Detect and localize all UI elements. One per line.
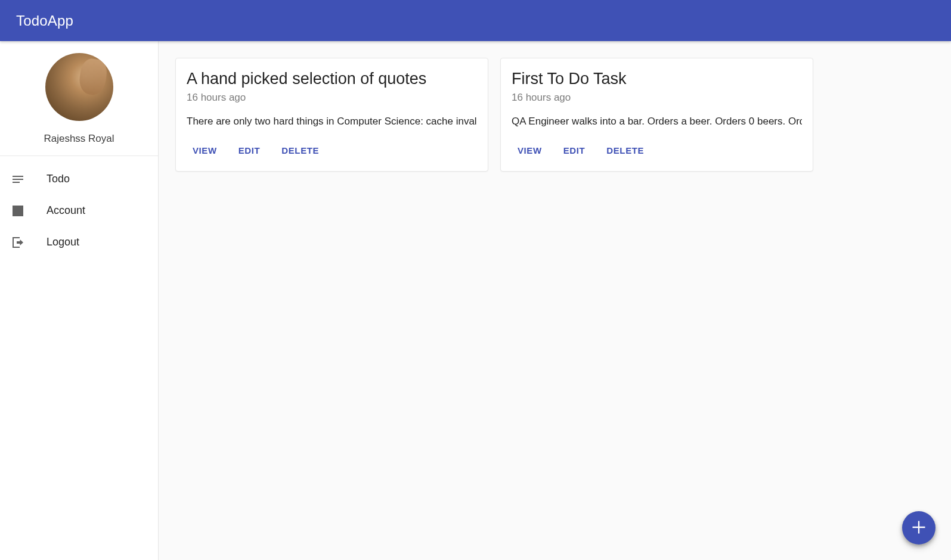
- edit-button[interactable]: EDIT: [557, 141, 591, 160]
- profile-section: Rajeshss Royal: [0, 41, 158, 156]
- card-grid: A hand picked selection of quotes 16 hou…: [175, 58, 934, 172]
- sidebar-item-account[interactable]: Account: [0, 195, 158, 226]
- app-title: TodoApp: [16, 13, 73, 29]
- card-body: QA Engineer walks into a bar. Orders a b…: [512, 116, 802, 127]
- add-todo-button[interactable]: [902, 511, 935, 545]
- card-actions: VIEW EDIT DELETE: [512, 141, 802, 166]
- sidebar-item-label: Todo: [47, 173, 70, 185]
- logout-icon: [11, 235, 25, 250]
- account-icon: [11, 204, 25, 218]
- nav-list: Todo Account Logout: [0, 156, 158, 258]
- view-button[interactable]: VIEW: [512, 141, 548, 160]
- delete-button[interactable]: DELETE: [275, 141, 325, 160]
- view-button[interactable]: VIEW: [187, 141, 223, 160]
- card-timestamp: 16 hours ago: [512, 92, 802, 104]
- avatar[interactable]: [45, 53, 113, 121]
- main-content: A hand picked selection of quotes 16 hou…: [159, 41, 951, 560]
- card-title: First To Do Task: [512, 69, 802, 88]
- notes-icon: [11, 172, 25, 186]
- delete-button[interactable]: DELETE: [600, 141, 650, 160]
- card-title: A hand picked selection of quotes: [187, 69, 477, 88]
- layout: Rajeshss Royal Todo Account Logout: [0, 41, 951, 560]
- edit-button[interactable]: EDIT: [233, 141, 267, 160]
- sidebar-item-label: Account: [47, 204, 85, 217]
- todo-card: First To Do Task 16 hours ago QA Enginee…: [500, 58, 813, 172]
- todo-card: A hand picked selection of quotes 16 hou…: [175, 58, 488, 172]
- sidebar: Rajeshss Royal Todo Account Logout: [0, 41, 159, 560]
- sidebar-item-label: Logout: [47, 236, 79, 248]
- user-name: Rajeshss Royal: [44, 133, 114, 145]
- sidebar-item-logout[interactable]: Logout: [0, 226, 158, 258]
- plus-icon: [910, 519, 927, 537]
- card-timestamp: 16 hours ago: [187, 92, 477, 104]
- card-body: There are only two hard things in Comput…: [187, 116, 477, 127]
- card-actions: VIEW EDIT DELETE: [187, 141, 477, 166]
- app-bar: TodoApp: [0, 0, 951, 41]
- sidebar-item-todo[interactable]: Todo: [0, 163, 158, 195]
